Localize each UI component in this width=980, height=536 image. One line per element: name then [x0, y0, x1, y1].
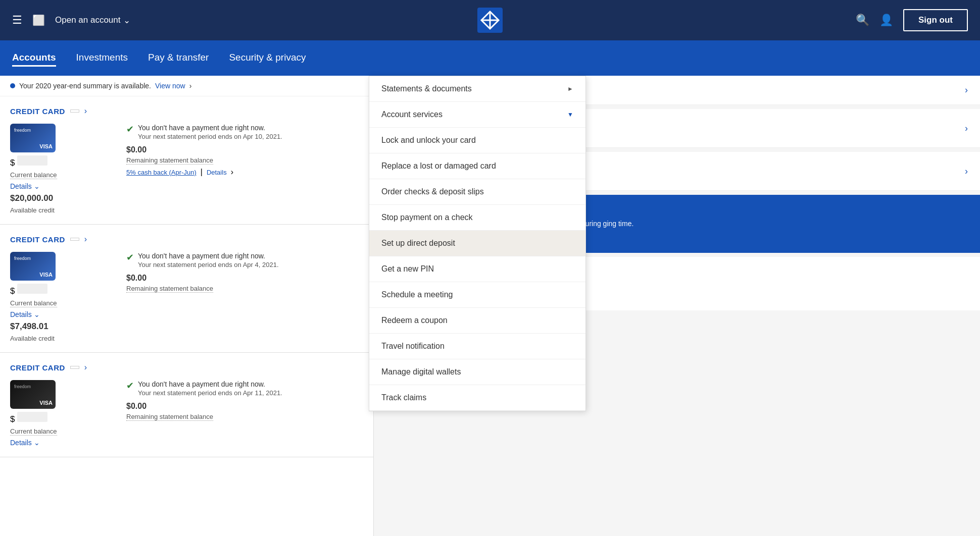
payment-status-3: ✔ You don't have a payment due right now… — [126, 380, 363, 397]
card-chevron-3[interactable]: › — [84, 363, 87, 372]
dropdown-account-services[interactable]: Account services ▼ — [369, 102, 585, 128]
card-chevron-1[interactable]: › — [84, 106, 87, 116]
available-credit-label-1: Available credit — [10, 206, 55, 214]
nav-security-privacy[interactable]: Security & privacy — [229, 50, 306, 67]
card-left-2: freedom VISA $ Current balance Details ⌄… — [10, 252, 111, 342]
card-body-1: freedom VISA $ Current balance Details ⌄… — [10, 124, 363, 214]
card-header-box-3 — [70, 366, 79, 369]
credit-card-label-3: CREDIT CARD — [10, 363, 65, 372]
card-visa-label: VISA — [39, 143, 53, 149]
chevron-down-icon: ⌄ — [123, 15, 130, 26]
view-now-link[interactable]: View now — [155, 82, 185, 90]
balance-row-3: $ — [10, 412, 47, 424]
balance-masked-3 — [17, 412, 47, 422]
card-body-3: freedom VISA $ Current balance Details ⌄ — [10, 380, 363, 447]
left-panel: Your 2020 year-end summary is available.… — [0, 76, 374, 536]
dropdown-redeem-coupon[interactable]: Redeem a coupon — [369, 308, 585, 334]
payment-text-1: You don't have a payment due right now. — [138, 124, 282, 132]
remaining-balance-3: $0.00 — [126, 402, 363, 411]
top-nav-right: 🔍 👤 Sign out — [856, 9, 968, 31]
dropdown-new-pin[interactable]: Get a new PIN — [369, 256, 585, 282]
details-link-3[interactable]: Details ⌄ — [10, 439, 40, 447]
top-navigation: ☰ ⬜ Open an account ⌄ 🔍 👤 Sign out — [0, 0, 980, 40]
payment-text-2: You don't have a payment due right now. — [138, 252, 279, 260]
available-credit-2: $7,498.01 — [10, 321, 48, 332]
dropdown-direct-deposit[interactable]: Set up direct deposit — [369, 231, 585, 256]
dropdown-account-services-label: Account services — [381, 110, 443, 119]
credit-card-label-1: CREDIT CARD — [10, 107, 65, 116]
card-header-box-2 — [70, 238, 79, 241]
user-icon[interactable]: 👤 — [879, 14, 893, 27]
chase-logo — [477, 8, 503, 33]
nav-pay-transfer[interactable]: Pay & transfer — [148, 50, 209, 67]
card-header-3: CREDIT CARD › — [10, 363, 363, 372]
balance-label-1: Current balance — [10, 171, 57, 179]
insights-chevron: › — [965, 166, 968, 177]
card-right-2: ✔ You don't have a payment due right now… — [126, 252, 363, 342]
cashback-link-1[interactable]: 5% cash back (Apr-Jun) — [126, 169, 197, 176]
statement-text-1: Your next statement period ends on Apr 1… — [138, 133, 282, 140]
card-freedom-label: freedom — [14, 128, 31, 133]
details-link-1[interactable]: Details ⌄ — [10, 182, 40, 190]
dropdown-lock-unlock[interactable]: Lock and unlock your card — [369, 128, 585, 153]
card-header-2: CREDIT CARD › — [10, 235, 363, 244]
details-link-2[interactable]: Details ⌄ — [10, 310, 40, 318]
dropdown-replace-card[interactable]: Replace a lost or damaged card — [369, 153, 585, 179]
payment-status-1: ✔ You don't have a payment due right now… — [126, 124, 363, 140]
balance-label-3: Current balance — [10, 427, 57, 436]
dropdown-travel-notification[interactable]: Travel notification — [369, 334, 585, 359]
balance-label-2: Current balance — [10, 299, 57, 307]
main-navigation: Accounts Investments Pay & transfer Secu… — [0, 40, 980, 76]
dropdown-schedule-meeting[interactable]: Schedule a meeting — [369, 282, 585, 308]
chevron-down-icon: ⌄ — [34, 182, 40, 190]
card-body-2: freedom VISA $ Current balance Details ⌄… — [10, 252, 363, 342]
payment-text-3: You don't have a payment due right now. — [138, 380, 282, 388]
search-icon[interactable]: 🔍 — [856, 14, 869, 27]
balance-row-2: $ — [10, 284, 47, 296]
chevron-right-icon: › — [189, 82, 192, 90]
dropdown-stop-payment[interactable]: Stop payment on a check — [369, 205, 585, 231]
card-chevron-2[interactable]: › — [84, 235, 87, 244]
card-image-2: freedom VISA — [10, 252, 56, 281]
credit-card-section-3: CREDIT CARD › freedom VISA $ Current bal… — [0, 353, 373, 457]
account-services-dropdown: Statements & documents ► Account service… — [369, 76, 586, 411]
remaining-label-1: Remaining statement balance — [126, 156, 213, 165]
notice-dot — [10, 83, 15, 88]
credit-journey-chevron: › — [965, 123, 968, 134]
remaining-balance-1: $0.00 — [126, 145, 363, 154]
card-left-1: freedom VISA $ Current balance Details ⌄… — [10, 124, 111, 214]
top-nav-left: ☰ ⬜ Open an account ⌄ — [12, 14, 130, 27]
hamburger-icon[interactable]: ☰ — [12, 14, 22, 27]
dropdown-statements[interactable]: Statements & documents ► — [369, 76, 585, 102]
dropdown-track-claims[interactable]: Track claims — [369, 385, 585, 411]
dropdown-statements-label: Statements & documents — [381, 84, 472, 93]
available-credit-1: $20,000.00 — [10, 193, 53, 203]
chat-icon[interactable]: ⬜ — [32, 14, 45, 26]
cashback-row-1: 5% cash back (Apr-Jun) | Details › — [126, 168, 363, 177]
card-header-1: CREDIT CARD › — [10, 106, 363, 116]
card-freedom-label-3: freedom — [14, 384, 31, 389]
content-area: Your 2020 year-end summary is available.… — [0, 76, 980, 536]
details-btn-1[interactable]: Details — [207, 169, 227, 176]
open-account-button[interactable]: Open an account ⌄ — [55, 15, 130, 26]
dropdown-digital-wallets[interactable]: Manage digital wallets — [369, 359, 585, 385]
payment-status-2: ✔ You don't have a payment due right now… — [126, 252, 363, 269]
card-image-1: freedom VISA — [10, 124, 56, 152]
chevron-down-icon-2: ⌄ — [34, 310, 40, 318]
sign-out-button[interactable]: Sign out — [903, 9, 968, 31]
submenu-arrow-blue-icon: ▼ — [567, 111, 573, 118]
card-left-3: freedom VISA $ Current balance Details ⌄ — [10, 380, 111, 447]
nav-investments[interactable]: Investments — [76, 50, 128, 67]
card-header-box-1 — [70, 110, 79, 113]
credit-card-section-1: CREDIT CARD › freedom VISA $ Current bal… — [0, 96, 373, 225]
nav-accounts[interactable]: Accounts — [12, 50, 56, 67]
statement-text-3: Your next statement period ends on Apr 1… — [138, 389, 282, 397]
balance-masked-1 — [17, 155, 47, 166]
dropdown-order-checks[interactable]: Order checks & deposit slips — [369, 179, 585, 205]
card-image-3: freedom VISA — [10, 380, 56, 409]
notice-bar: Your 2020 year-end summary is available.… — [0, 76, 373, 96]
details-chevron-1: › — [231, 168, 233, 177]
credit-card-label-2: CREDIT CARD — [10, 235, 65, 244]
credit-card-section-2: CREDIT CARD › freedom VISA $ Current bal… — [0, 225, 373, 353]
balance-row-1: $ — [10, 155, 47, 168]
